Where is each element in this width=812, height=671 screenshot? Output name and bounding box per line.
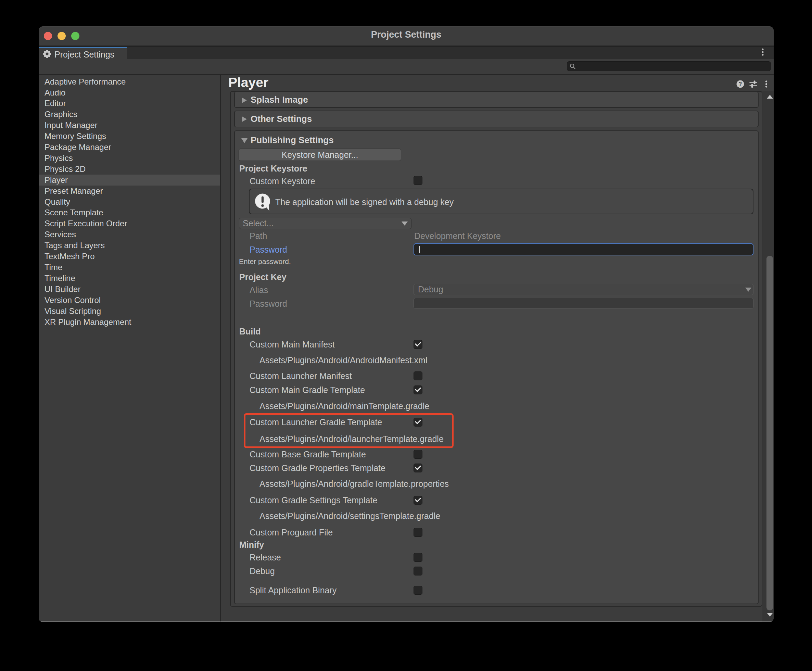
svg-text:?: ?	[739, 81, 742, 87]
